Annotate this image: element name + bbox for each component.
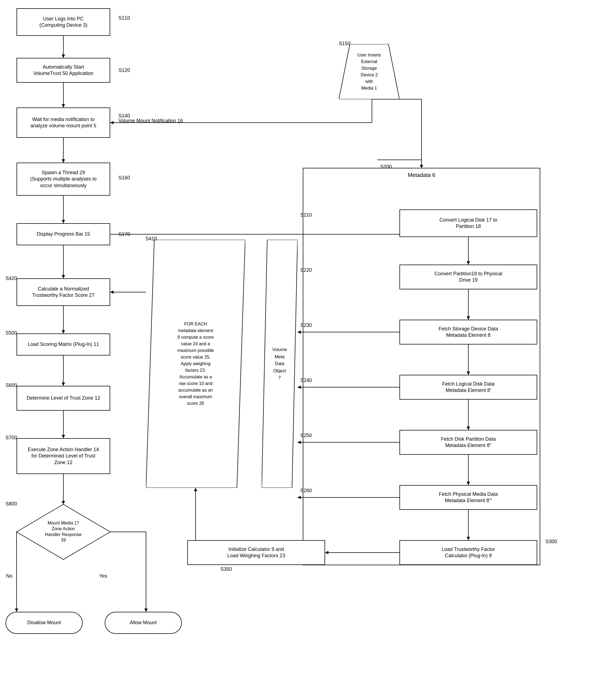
volume-meta-node: Volume Meta Data Object 7 (262, 240, 298, 488)
label-s160: S160 (118, 175, 130, 181)
initialize-calc-node: Initialize Calculator 9 and Load Weighin… (187, 540, 325, 565)
svg-marker-48 (110, 290, 113, 294)
metadata6-label: Metadata 6 (303, 168, 540, 182)
label-s220: S220 (300, 267, 312, 273)
spawn-thread-node: Spawn a Thread 29 (Supports multiple ana… (16, 163, 110, 196)
allow-mount-node: Allow Mount (105, 612, 182, 634)
svg-marker-7 (62, 220, 65, 223)
svg-marker-5 (62, 159, 65, 163)
svg-marker-41 (467, 537, 470, 540)
svg-marker-35 (467, 372, 470, 375)
disallow-mount-node: Disallow Mount (5, 612, 83, 634)
wait-media-node: Wait for media notification to analyze v… (16, 108, 110, 138)
svg-marker-60 (420, 165, 423, 168)
fetch-disk-partition-node: Fetch Disk Partition Data Metadata Eleme… (400, 430, 537, 455)
svg-marker-39 (467, 482, 470, 485)
svg-marker-54 (298, 441, 301, 444)
svg-marker-50 (298, 330, 301, 334)
label-s210: S210 (300, 212, 312, 218)
label-s420: S420 (5, 276, 17, 282)
svg-marker-1 (62, 54, 65, 58)
svg-marker-31 (467, 261, 470, 265)
fetch-storage-node: Fetch Storage Device Data Metadata Eleme… (400, 320, 537, 345)
label-s350: S350 (221, 566, 232, 572)
svg-marker-9 (62, 275, 65, 278)
svg-marker-20 (15, 609, 18, 612)
svg-marker-23 (144, 609, 148, 612)
load-trustworthy-node: Load Trustworthy Factor Calculator (Plug… (400, 540, 537, 565)
for-each-node: FOR EACH metadata element 8 compute a sc… (146, 240, 245, 488)
svg-marker-33 (467, 316, 470, 320)
label-s150: S150 (339, 41, 350, 47)
label-s300: S300 (545, 539, 557, 545)
svg-marker-17 (62, 501, 65, 504)
label-s240: S240 (300, 377, 312, 383)
execute-zone-node: Execute Zone Action Handler 14 for Deter… (16, 438, 110, 474)
load-scoring-node: Load Scoring Matrix (Plug-In) 11 (16, 334, 110, 355)
label-s800: S800 (5, 501, 17, 507)
convert-logical-node: Convert Logical Disk 17 to Partition 18 (400, 210, 537, 237)
svg-marker-56 (298, 496, 301, 499)
label-s500: S500 (5, 330, 17, 336)
svg-marker-3 (62, 104, 65, 108)
flowchart-diagram: User Logs Into PC (Computing Device 3) A… (0, 0, 616, 700)
label-s260: S260 (300, 488, 312, 493)
svg-marker-15 (62, 435, 65, 438)
user-logs-node: User Logs Into PC (Computing Device 3) (16, 8, 110, 36)
label-s600: S600 (5, 383, 17, 388)
label-s110: S110 (118, 15, 130, 21)
svg-marker-11 (62, 330, 65, 334)
label-no: No (6, 573, 12, 579)
svg-marker-46 (194, 488, 197, 491)
label-s700: S700 (5, 435, 17, 441)
svg-marker-13 (62, 383, 65, 386)
calc-normalized-node: Calculate a Normalized Trustworthy Facto… (16, 278, 110, 306)
user-inserts-node: User Inserts External Storage Device 2 w… (339, 44, 400, 99)
svg-marker-43 (325, 551, 328, 554)
fetch-physical-node: Fetch Physical Media Data Metadata Eleme… (400, 485, 537, 510)
label-s230: S230 (300, 323, 312, 328)
fetch-logical-node: Fetch Logical Disk Data Metadata Element… (400, 375, 537, 400)
svg-marker-52 (298, 386, 301, 389)
label-yes: Yes (99, 573, 107, 579)
auto-start-node: Automatically Start VolumeTrust 50 Appli… (16, 58, 110, 83)
svg-marker-37 (467, 427, 470, 430)
label-vol-mount: Volume Mount Notification 16 (118, 118, 183, 124)
label-s170: S170 (118, 232, 130, 237)
label-s410: S410 (146, 236, 157, 242)
display-progress-node: Display Progress Bar 15 (16, 223, 110, 245)
label-s120: S120 (118, 67, 130, 73)
determine-trust-node: Determine Level of Trust Zone 12 (16, 386, 110, 411)
convert-partition-node: Convert Partition18 to Physical Drive 19 (400, 265, 537, 289)
label-s250: S250 (300, 433, 312, 438)
label-s200: S200 (380, 164, 392, 170)
mount-media-diamond: Mount Media 1? Zone Action Handler Respo… (16, 504, 110, 560)
svg-marker-26 (110, 121, 113, 124)
